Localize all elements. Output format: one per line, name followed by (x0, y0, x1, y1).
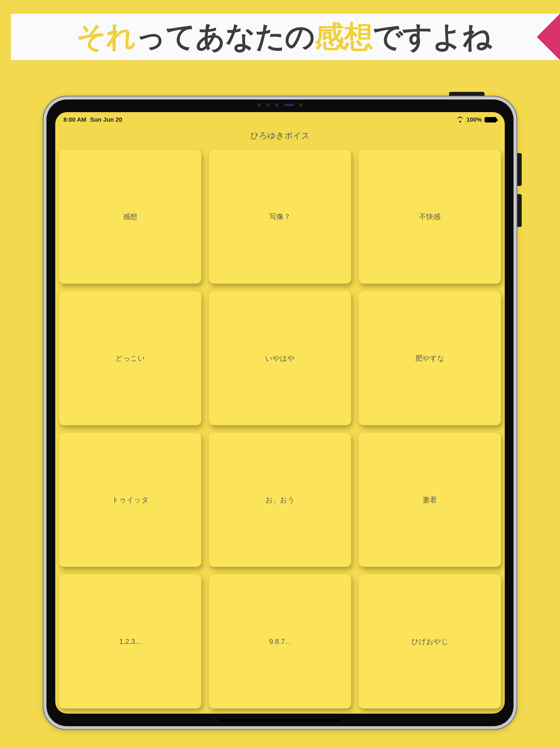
promo-word-2: ってあなたの (136, 20, 315, 53)
sound-tile-label: どっこい (116, 354, 145, 363)
promo-word-4: ですよね (373, 20, 492, 53)
promo-banner: それってあなたの感想ですよね (11, 14, 560, 60)
sound-tile[interactable]: 1.2.3... (59, 574, 201, 709)
sound-tile-label: 9.8.7... (269, 637, 291, 646)
sound-tile[interactable]: お、おう (209, 433, 351, 567)
device-sensor-array (258, 103, 302, 107)
sound-tile[interactable]: 肥やすな (359, 291, 501, 425)
sound-tile[interactable]: 妻君 (359, 433, 501, 567)
sound-tile-label: 不快感 (419, 212, 440, 222)
device-power-button (449, 92, 485, 96)
status-bar: 8:00 AM Sun Jun 20 100% (55, 112, 505, 125)
promo-banner-text: それってあなたの感想ですよね (76, 17, 492, 57)
sound-tile-label: 写像？ (269, 212, 291, 222)
sound-tile[interactable]: 9.8.7... (209, 574, 351, 709)
home-indicator[interactable] (220, 719, 340, 722)
sound-tile-label: お、おう (265, 495, 295, 505)
sound-tile[interactable]: 不快感 (359, 150, 501, 284)
sound-tile-label: 肥やすな (415, 354, 444, 363)
sound-grid: 感想 写像？ 不快感 どっこい いやはや 肥やすな トゥイッタ お、おう 妻君 … (55, 150, 505, 709)
tablet-frame: 8:00 AM Sun Jun 20 100% ひろゆきボイス 感想 写像？ 不… (43, 96, 517, 730)
sound-tile-label: 妻君 (423, 495, 437, 505)
sound-tile[interactable]: どっこい (59, 291, 201, 425)
status-date: Sun Jun 20 (90, 116, 122, 123)
sound-tile-label: 1.2.3... (119, 637, 141, 646)
sound-tile-label: いやはや (265, 354, 295, 363)
tablet-screen: 8:00 AM Sun Jun 20 100% ひろゆきボイス 感想 写像？ 不… (55, 112, 505, 714)
wifi-icon (457, 117, 464, 123)
status-battery-pct: 100% (466, 116, 482, 123)
sound-tile[interactable]: 感想 (59, 150, 201, 284)
sound-tile[interactable]: いやはや (209, 291, 351, 425)
sound-tile[interactable]: ひげおやじ (359, 574, 501, 709)
promo-word-3: 感想 (315, 20, 373, 53)
promo-banner-box: それってあなたの感想ですよね (11, 14, 560, 60)
sound-tile-label: 感想 (123, 212, 137, 222)
status-time: 8:00 AM (63, 116, 86, 123)
promo-word-1: それ (76, 20, 136, 53)
device-volume-up-button (517, 153, 522, 186)
sound-tile-label: トゥイッタ (112, 495, 149, 505)
page-title: ひろゆきボイス (55, 125, 505, 150)
sound-tile[interactable]: トゥイッタ (59, 433, 201, 567)
sound-tile-label: ひげおやじ (411, 637, 449, 646)
promo-banner-arrow-icon (537, 14, 560, 60)
sound-tile[interactable]: 写像？ (209, 150, 351, 284)
device-volume-down-button (517, 194, 522, 227)
battery-icon (485, 117, 497, 123)
